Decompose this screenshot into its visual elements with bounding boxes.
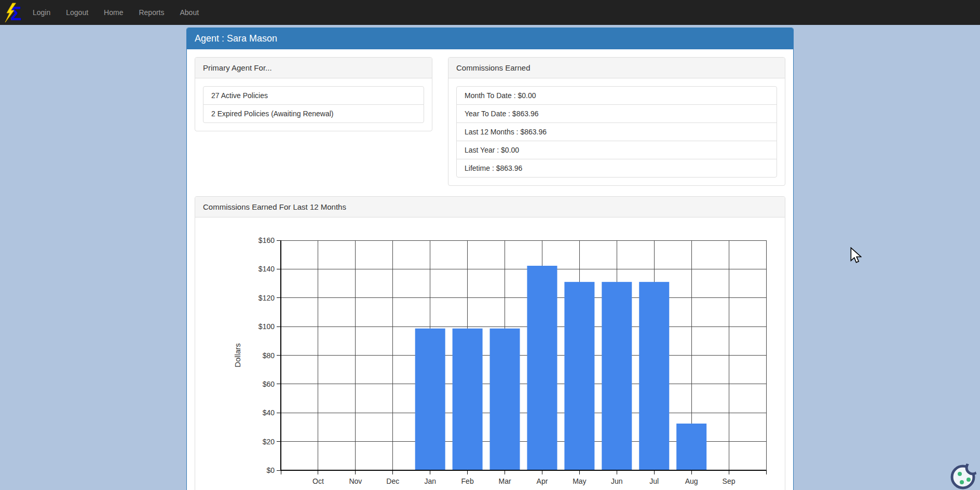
commission-lifetime: Lifetime : $863.96: [456, 159, 777, 178]
commission-month-to-date: Month To Date : $0.00: [456, 86, 777, 105]
commission-last-year: Last Year : $0.00: [456, 141, 777, 159]
svg-text:$100: $100: [258, 322, 275, 331]
cookie-icon: [949, 461, 978, 490]
expired-policies-item: 2 Expired Policies (Awaiting Renewal): [203, 104, 424, 123]
commissions-bar-chart: $0$20$40$60$80$100$120$140$160OctNovDecJ…: [203, 225, 794, 490]
chart-panel: Commissions Earned For Last 12 Months $0…: [195, 196, 785, 490]
nav-item-home[interactable]: Home: [96, 0, 131, 25]
svg-text:Jun: Jun: [611, 477, 623, 485]
chart-panel-title: Commissions Earned For Last 12 Months: [195, 197, 785, 217]
svg-text:Dollars: Dollars: [233, 343, 242, 367]
mouse-cursor-icon: [850, 247, 862, 266]
svg-text:$20: $20: [263, 438, 275, 446]
sigma-lightning-logo-icon: Σ: [3, 2, 25, 23]
svg-text:$140: $140: [258, 265, 275, 273]
commissions-panel: Commissions Earned Month To Date : $0.00…: [448, 57, 785, 186]
commissions-list: Month To Date : $0.00 Year To Date : $86…: [456, 86, 777, 178]
nav-links: Login Logout Home Reports About: [25, 0, 207, 25]
nav-item-logout[interactable]: Logout: [58, 0, 96, 25]
svg-text:$120: $120: [258, 294, 275, 302]
primary-agent-panel-title: Primary Agent For...: [195, 58, 432, 78]
svg-text:Dec: Dec: [386, 477, 399, 485]
primary-agent-panel: Primary Agent For... 27 Active Policies …: [195, 57, 432, 131]
svg-text:$60: $60: [263, 380, 275, 388]
svg-text:Jan: Jan: [424, 477, 436, 485]
commissions-panel-title: Commissions Earned: [448, 58, 785, 78]
svg-text:Jul: Jul: [649, 477, 659, 485]
svg-text:$80: $80: [263, 351, 275, 360]
svg-text:Aug: Aug: [685, 477, 698, 485]
commission-year-to-date: Year To Date : $863.96: [456, 104, 777, 123]
agent-panel: Agent : Sara Mason Primary Agent For... …: [186, 28, 794, 490]
svg-text:$40: $40: [263, 409, 275, 417]
svg-text:Mar: Mar: [498, 477, 511, 485]
primary-agent-list: 27 Active Policies 2 Expired Policies (A…: [203, 86, 424, 123]
svg-text:Apr: Apr: [537, 477, 548, 485]
svg-text:Nov: Nov: [349, 477, 362, 485]
page-title: Agent : Sara Mason: [187, 28, 793, 49]
svg-text:Feb: Feb: [461, 477, 474, 485]
app-logo[interactable]: Σ: [3, 2, 25, 23]
nav-item-reports[interactable]: Reports: [131, 0, 172, 25]
active-policies-item: 27 Active Policies: [203, 86, 424, 105]
commission-last-12-months: Last 12 Months : $863.96: [456, 122, 777, 141]
navbar: Σ Login Logout Home Reports About: [0, 0, 980, 25]
svg-text:May: May: [573, 477, 586, 485]
cookie-consent-button[interactable]: [949, 461, 978, 490]
svg-text:Oct: Oct: [312, 477, 324, 485]
svg-text:Sep: Sep: [723, 477, 736, 485]
nav-item-login[interactable]: Login: [25, 0, 58, 25]
nav-item-about[interactable]: About: [172, 0, 207, 25]
svg-text:$0: $0: [266, 466, 275, 474]
svg-text:$160: $160: [258, 236, 275, 244]
agent-panel-body: Primary Agent For... 27 Active Policies …: [187, 49, 793, 490]
